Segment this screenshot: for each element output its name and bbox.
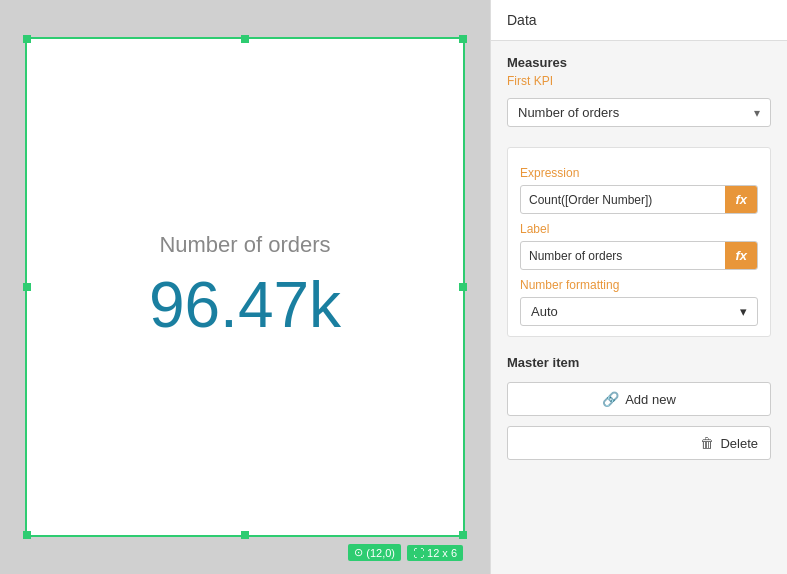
expression-input[interactable]: [521, 187, 725, 213]
expression-fx-button[interactable]: fx: [725, 186, 757, 213]
chevron-down-icon: ▾: [754, 106, 760, 120]
number-format-select[interactable]: Auto ▾: [520, 297, 758, 326]
kpi-dropdown[interactable]: Number of orders ▾: [507, 98, 771, 127]
expression-row: fx: [520, 185, 758, 214]
number-formatting-label: Number formatting: [520, 278, 758, 292]
label-input[interactable]: [521, 243, 725, 269]
target-icon: ⊙: [354, 546, 363, 559]
handle-top-left[interactable]: [23, 35, 31, 43]
footer-coords: (12,0): [366, 547, 395, 559]
handle-mid-left[interactable]: [23, 283, 31, 291]
trash-icon: 🗑: [700, 435, 714, 451]
measures-title: Measures: [507, 55, 771, 70]
footer-size-badge: ⛶ 12 x 6: [407, 545, 463, 561]
handle-top-right[interactable]: [459, 35, 467, 43]
chevron-down-icon: ▾: [740, 304, 747, 319]
footer-size: 12 x 6: [427, 547, 457, 559]
data-tab[interactable]: Data: [491, 0, 787, 41]
label-fx-button[interactable]: fx: [725, 242, 757, 269]
add-new-button[interactable]: 🔗 Add new: [507, 382, 771, 416]
master-item-title: Master item: [507, 355, 771, 370]
canvas-area: Number of orders 96.47k ⊙ (12,0) ⛶ 12 x …: [0, 0, 490, 574]
measures-section: Measures First KPI Number of orders ▾: [491, 41, 787, 147]
expression-label: Expression: [520, 166, 758, 180]
kpi-widget-value: 96.47k: [149, 268, 341, 342]
right-panel: Data Measures First KPI Number of orders…: [490, 0, 787, 574]
master-item-section: Master item 🔗 Add new 🗑 Delete: [491, 345, 787, 470]
kpi-widget[interactable]: Number of orders 96.47k ⊙ (12,0) ⛶ 12 x …: [25, 37, 465, 537]
number-format-value: Auto: [531, 304, 558, 319]
link-icon: 🔗: [602, 391, 619, 407]
add-new-label: Add new: [625, 392, 676, 407]
measures-subtitle: First KPI: [507, 74, 771, 88]
delete-label: Delete: [720, 436, 758, 451]
handle-bottom-left[interactable]: [23, 531, 31, 539]
handle-mid-right[interactable]: [459, 283, 467, 291]
delete-button[interactable]: 🗑 Delete: [507, 426, 771, 460]
kpi-dropdown-label: Number of orders: [518, 105, 619, 120]
expression-section: Expression fx Label fx Number formatting…: [507, 147, 771, 337]
footer-coords-badge: ⊙ (12,0): [348, 544, 401, 561]
kpi-widget-label: Number of orders: [159, 232, 330, 258]
resize-icon: ⛶: [413, 547, 424, 559]
handle-top-center[interactable]: [241, 35, 249, 43]
label-label: Label: [520, 222, 758, 236]
handle-bottom-right[interactable]: [459, 531, 467, 539]
handle-bottom-center[interactable]: [241, 531, 249, 539]
label-row: fx: [520, 241, 758, 270]
widget-footer: ⊙ (12,0) ⛶ 12 x 6: [348, 544, 463, 561]
